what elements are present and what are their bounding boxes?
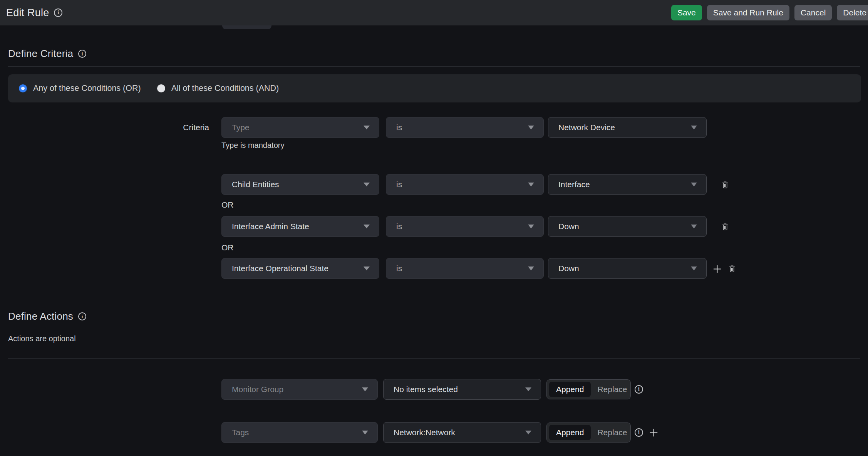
chevron-down-icon <box>362 387 368 391</box>
criteria-operator-dropdown[interactable]: is <box>386 258 544 279</box>
divider <box>8 66 860 67</box>
criteria-value-dropdown[interactable]: Network Device <box>548 117 707 138</box>
action-value-dropdown[interactable]: Network:Network <box>383 422 541 443</box>
criteria-field-dropdown[interactable]: Interface Admin State <box>221 216 379 237</box>
dropdown-placeholder: Tags <box>232 428 249 437</box>
delete-icon[interactable] <box>721 180 730 189</box>
radio-unselected-icon[interactable] <box>157 84 165 92</box>
chevron-down-icon <box>528 225 534 228</box>
chevron-down-icon <box>364 183 370 186</box>
dropdown-value: Interface Operational State <box>232 264 328 273</box>
define-criteria-heading: Define Criteria i <box>8 48 86 60</box>
page-title: Edit Rule <box>6 7 49 19</box>
action-row: Monitor Group No items selected Append R… <box>0 379 868 400</box>
radio-selected-icon[interactable] <box>19 84 27 92</box>
header-bar: Edit Rule i Save Save and Run Rule Cance… <box>0 0 868 25</box>
dropdown-value: Network Device <box>558 123 615 132</box>
chevron-down-icon <box>691 126 697 129</box>
criteria-field-dropdown[interactable]: Type <box>221 117 379 138</box>
cancel-button[interactable]: Cancel <box>794 5 832 20</box>
chevron-down-icon <box>364 267 370 270</box>
radio-option-label: All of these Conditions (AND) <box>171 84 279 93</box>
condition-match-panel: Any of these Conditions (OR) All of thes… <box>8 74 861 102</box>
replace-segment[interactable]: Replace <box>591 385 633 394</box>
action-type-dropdown[interactable]: Monitor Group <box>221 379 378 400</box>
radio-option-label: Any of these Conditions (OR) <box>33 84 141 93</box>
chevron-down-icon <box>528 267 534 270</box>
delete-button[interactable]: Delete <box>837 5 868 20</box>
dropdown-value: is <box>396 222 402 231</box>
add-icon[interactable] <box>712 264 722 273</box>
dropdown-value: is <box>396 123 402 132</box>
or-separator: OR <box>221 200 234 210</box>
define-criteria-title: Define Criteria <box>8 48 73 60</box>
dropdown-value: is <box>396 264 402 273</box>
criteria-operator-dropdown[interactable]: is <box>386 216 544 237</box>
chevron-down-icon <box>364 126 370 129</box>
delete-icon[interactable] <box>721 222 730 231</box>
dropdown-value: is <box>396 180 402 189</box>
save-button[interactable]: Save <box>671 5 702 20</box>
header-actions: Save Save and Run Rule Cancel Delete <box>671 5 868 20</box>
dropdown-value: Interface <box>558 180 590 189</box>
radio-option-all-and[interactable]: All of these Conditions (AND) <box>157 84 279 93</box>
criteria-row: Child Entities is Interface <box>0 174 868 195</box>
radio-option-any-or[interactable]: Any of these Conditions (OR) <box>19 84 141 93</box>
action-value-dropdown[interactable]: No items selected <box>383 379 541 400</box>
define-actions-heading: Define Actions i <box>8 310 86 322</box>
dropdown-value: Down <box>558 222 579 231</box>
chevron-down-icon <box>691 183 697 186</box>
criteria-value-dropdown[interactable]: Down <box>548 258 707 279</box>
criteria-operator-dropdown[interactable]: is <box>386 174 544 195</box>
criteria-operator-dropdown[interactable]: is <box>386 117 544 138</box>
chevron-down-icon <box>362 431 368 434</box>
divider <box>8 358 860 359</box>
info-icon[interactable]: i <box>78 312 86 320</box>
dropdown-value: Child Entities <box>232 180 279 189</box>
actions-optional-note: Actions are optional <box>8 334 76 343</box>
criteria-row: Interface Operational State is Down <box>0 258 868 279</box>
append-segment[interactable]: Append <box>549 382 591 397</box>
criteria-value-dropdown[interactable]: Interface <box>548 174 707 195</box>
dropdown-value: No items selected <box>394 385 458 394</box>
mandatory-note: Type is mandatory <box>221 141 284 150</box>
action-type-dropdown[interactable]: Tags <box>221 422 378 443</box>
save-and-run-rule-button[interactable]: Save and Run Rule <box>707 5 789 20</box>
info-icon[interactable]: i <box>78 50 86 58</box>
info-icon[interactable]: i <box>54 8 62 17</box>
dropdown-value: Network:Network <box>394 428 455 437</box>
criteria-row: Type is Network Device <box>0 117 868 138</box>
dropdown-placeholder: Monitor Group <box>232 385 283 394</box>
dropdown-value: Down <box>558 264 579 273</box>
add-icon[interactable] <box>649 428 658 437</box>
info-icon[interactable]: i <box>635 428 643 437</box>
replace-segment[interactable]: Replace <box>591 428 633 437</box>
criteria-value-dropdown[interactable]: Down <box>548 216 707 237</box>
define-actions-title: Define Actions <box>8 310 73 322</box>
append-replace-toggle: Append Replace <box>546 422 631 443</box>
chevron-down-icon <box>525 387 531 391</box>
chevron-down-icon <box>691 267 697 270</box>
dropdown-value: Interface Admin State <box>232 222 309 231</box>
edit-rule-page: Edit Rule i Save Save and Run Rule Cance… <box>0 0 868 456</box>
or-separator: OR <box>221 243 234 252</box>
chevron-down-icon <box>525 431 531 434</box>
append-replace-toggle: Append Replace <box>546 379 631 399</box>
criteria-field-dropdown[interactable]: Interface Operational State <box>221 258 379 279</box>
dropdown-placeholder: Type <box>232 123 250 132</box>
criteria-field-dropdown[interactable]: Child Entities <box>221 174 379 195</box>
info-icon[interactable]: i <box>635 385 643 394</box>
header-title-wrap: Edit Rule i <box>6 0 62 25</box>
chevron-down-icon <box>528 126 534 129</box>
chevron-down-icon <box>528 183 534 186</box>
action-row: Tags Network:Network Append Replace i <box>0 422 868 443</box>
chevron-down-icon <box>691 225 697 228</box>
append-segment[interactable]: Append <box>549 425 591 440</box>
chevron-down-icon <box>364 225 370 228</box>
delete-icon[interactable] <box>727 264 737 273</box>
criteria-row: Interface Admin State is Down <box>0 216 868 237</box>
